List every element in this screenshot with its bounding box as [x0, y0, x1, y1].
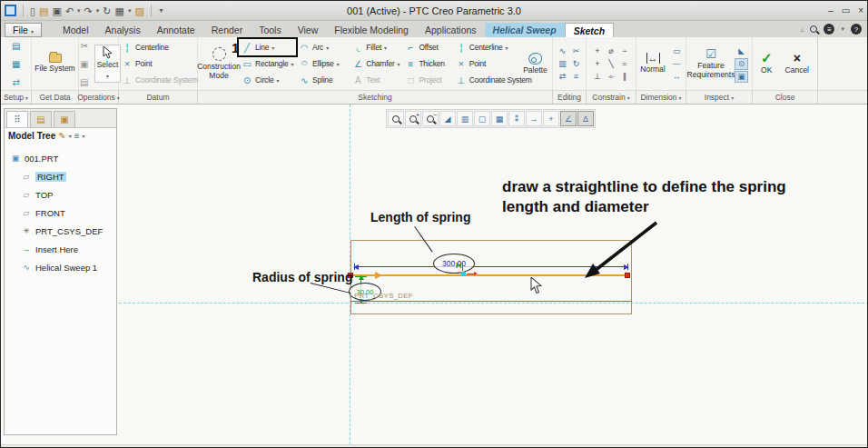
spin-center-button[interactable]: + [543, 111, 559, 126]
tab-file[interactable]: File [5, 23, 42, 37]
references-button[interactable]: ▦ [8, 55, 25, 72]
tab-helical-sweep[interactable]: Helical Sweep [485, 23, 565, 37]
highlight-open-ends-icon[interactable]: ⊙ [735, 58, 748, 70]
parallel-constraint-icon[interactable]: ∥ [623, 72, 627, 81]
tree-settings-icon[interactable]: ≡ [74, 131, 80, 141]
tree-item-front-plane[interactable]: ▱FRONT [10, 204, 116, 222]
feature-requirements-button[interactable]: ☑ Feature Requirements [690, 47, 732, 81]
coincident-constraint-icon[interactable]: ╲ [608, 59, 613, 68]
regenerate-icon[interactable]: ↻ [103, 5, 111, 17]
rotate-resize-icon[interactable]: ↻ [573, 59, 580, 68]
divide-icon[interactable]: ⇄ [559, 72, 567, 81]
restore-button[interactable]: ▭ [842, 5, 850, 15]
operations-group-label[interactable]: Operations [79, 91, 119, 104]
redo-caret-icon[interactable]: ▾ [96, 7, 100, 15]
ellipse-button[interactable]: ⬭Ellipse [296, 55, 350, 72]
favorites-tab[interactable]: ▣ [54, 111, 75, 127]
sketch-orientation-button[interactable]: ∠ [560, 111, 577, 126]
repaint-button[interactable]: ◢ [439, 111, 456, 126]
constrain-group-label[interactable]: Constrain [587, 91, 636, 104]
file-system-button[interactable]: File System [33, 53, 76, 75]
display-style-button[interactable]: ▥ [457, 111, 473, 126]
inspect-group-label[interactable]: Inspect [686, 91, 753, 104]
tree-item-helical-sweep[interactable]: ∿Helical Sweep 1 [10, 258, 116, 276]
ok-button[interactable]: ✓ OK [759, 51, 774, 76]
perpendicular-constraint-icon[interactable]: ⊥ [594, 72, 601, 81]
tab-model[interactable]: Model [54, 23, 97, 37]
delete-segment-icon[interactable]: ✂ [573, 46, 580, 55]
saved-orientations-button[interactable]: ▢ [474, 111, 490, 126]
tree-item-right-plane[interactable]: ▱RIGHT [10, 167, 116, 185]
tree-settings-caret-icon[interactable]: ▾ [83, 133, 85, 139]
zoom-in-button[interactable]: + [405, 111, 421, 126]
setup-group-label[interactable]: Setup [1, 91, 32, 104]
midpoint-constraint-icon[interactable]: -•- [622, 48, 627, 54]
sketch-coordinate-system-button[interactable]: ⊥Coordinate System [453, 72, 519, 88]
tab-view[interactable]: View [290, 23, 327, 37]
tab-applications[interactable]: Applications [417, 23, 485, 37]
annotation-display-button[interactable]: → [526, 111, 542, 126]
new-icon[interactable]: ▯ [30, 5, 35, 17]
tree-item-part[interactable]: ▣001.PRT [10, 149, 116, 167]
view-manager-button[interactable]: ▦ [491, 111, 508, 126]
tree-item-insert-here[interactable]: →Insert Here [10, 240, 116, 258]
tangent-constraint-icon[interactable]: ⌀ [608, 46, 613, 55]
datum-display-button[interactable]: ⁑ [508, 111, 525, 126]
copy-button[interactable]: ▣ [76, 55, 93, 72]
sketch-centerline-button[interactable]: ¦Centerline [453, 39, 519, 55]
normal-dimension-button[interactable]: ↔ Normal [638, 52, 666, 75]
tree-filters-caret-icon[interactable]: ▾ [69, 133, 72, 139]
undo-caret-icon[interactable]: ▾ [77, 7, 81, 15]
folder-browser-tab[interactable]: ▤ [30, 111, 52, 127]
tree-item-top-plane[interactable]: ▱TOP [10, 185, 116, 204]
tab-tools[interactable]: Tools [251, 23, 290, 37]
spline-button[interactable]: ∿Spline [296, 72, 350, 88]
circle-button[interactable]: ⊙Circle [239, 72, 296, 88]
cancel-button[interactable]: × Cancel [784, 51, 811, 76]
resources-icon[interactable]: ≡ [824, 24, 834, 35]
windows-icon[interactable]: ▦ [115, 5, 124, 17]
shade-closed-loops-icon[interactable]: ▣ [735, 71, 748, 83]
tree-filters-icon[interactable]: ✎ [58, 131, 65, 141]
equal-constraint-icon[interactable]: = [622, 59, 626, 68]
horizontal-constraint-icon[interactable]: + [595, 59, 599, 68]
fillet-button[interactable]: ◟Fillet [350, 39, 402, 55]
corner-icon[interactable]: ≡ [574, 72, 578, 81]
line-button[interactable]: ╱Line [239, 39, 296, 55]
vertical-constraint-icon[interactable]: + [595, 46, 599, 55]
windows-caret-icon[interactable]: ▾ [128, 7, 132, 15]
help-icon[interactable]: ? [851, 24, 862, 35]
baseline-dimension-icon[interactable]: — [670, 58, 684, 70]
sketch-setup-button[interactable]: ▤ [8, 37, 25, 54]
symmetric-constraint-icon[interactable]: -o- [607, 74, 614, 79]
datum-centerline-button[interactable]: ¦Centerline [119, 39, 197, 55]
tab-sketch[interactable]: Sketch [565, 23, 614, 37]
tab-flexible-modeling[interactable]: Flexible Modeling [326, 23, 417, 37]
cut-button[interactable]: ✂ [76, 37, 93, 54]
perimeter-dimension-icon[interactable]: ▭ [670, 45, 684, 57]
model-tree-tab[interactable]: ⠿ [6, 111, 28, 127]
resources-caret-icon[interactable]: ▾ [841, 25, 844, 33]
graphics-area[interactable]: + − ◢ ▥ ▢ ▦ ⁑ → + ∠ ∆ ⠿ ▤ ▣ Model Tree ✎… [1, 105, 868, 448]
search-icon[interactable] [810, 25, 817, 33]
palette-button[interactable]: Palette [519, 52, 551, 76]
mirror-icon[interactable]: ▥ [558, 59, 567, 68]
chamfer-button[interactable]: ∠Chamfer [350, 55, 402, 72]
overlapping-geometry-icon[interactable]: ◣ [735, 45, 748, 57]
sketch-display-button[interactable]: ∆ [577, 111, 594, 126]
save-icon[interactable]: ▣ [52, 5, 61, 17]
close-button[interactable]: × [858, 5, 863, 15]
tab-analysis[interactable]: Analysis [97, 23, 149, 37]
tab-annotate[interactable]: Annotate [149, 23, 203, 37]
dimension-group-label[interactable]: Dimension [636, 91, 686, 104]
close-window-icon[interactable]: ▨ [134, 5, 143, 17]
open-icon[interactable]: ▤ [39, 5, 48, 17]
datum-point-button[interactable]: ×Point [119, 55, 197, 72]
thicken-button[interactable]: ≡Thicken [402, 55, 452, 72]
arc-button[interactable]: ◠Arc [296, 39, 350, 55]
redo-icon[interactable]: ↷ [84, 5, 93, 17]
tree-item-csys[interactable]: ✳PRT_CSYS_DEF [10, 222, 116, 240]
minimize-ribbon-icon[interactable]: ▵ [800, 25, 804, 34]
rectangle-button[interactable]: ▭Rectangle [239, 55, 296, 72]
sketch-view-button[interactable]: ⇄ [8, 74, 25, 90]
